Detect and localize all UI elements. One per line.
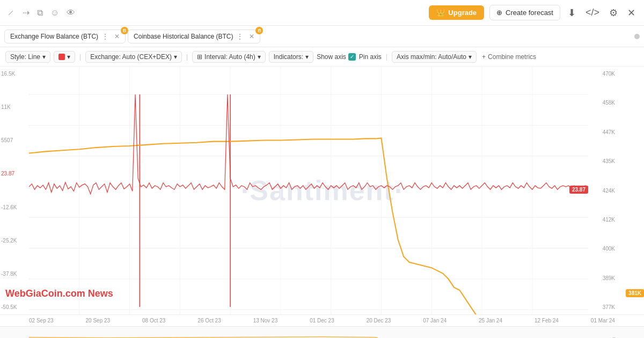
download-button[interactable]: ⬇ xyxy=(566,5,578,21)
pin-axis-label: Pin axis xyxy=(359,53,382,61)
options-bar: Style: Line ▾ ▾ | Exchange: Auto (CEX+DE… xyxy=(0,47,644,67)
separator-1: | xyxy=(79,53,81,61)
chevron-down-icon: ▾ xyxy=(42,53,46,61)
y-right-2: 458K xyxy=(589,100,615,106)
y-right-8: 389K xyxy=(589,275,615,281)
show-axis-label: Show axis xyxy=(317,53,346,61)
arrow-icon[interactable]: ⇢ xyxy=(23,8,30,18)
value-label-yellow: 381K xyxy=(626,289,644,297)
x-label-1: 02 Sep 23 xyxy=(29,318,54,324)
top-toolbar: ⟋ ⇢ ⧉ ☺ 👁 👑 Upgrade ⊕ Create forecast ⬇ … xyxy=(0,0,644,26)
tab-label-2: Coinbase Historical Balance (BTC) xyxy=(134,33,233,40)
x-label-4: 26 Oct 23 xyxy=(197,318,221,324)
x-label-5: 13 Nov 23 xyxy=(253,318,278,324)
interval-selector[interactable]: ⊞ Interval: Auto (4h) ▾ xyxy=(192,51,266,63)
interval-icon: ⊞ xyxy=(197,53,202,61)
chevron-down-icon-5: ▾ xyxy=(305,53,309,61)
upgrade-button[interactable]: 👑 Upgrade xyxy=(429,5,484,20)
style-label: Style: Line xyxy=(10,53,40,61)
y-left-1: 16.5K xyxy=(1,71,28,77)
axis-minmax-label: Axis max/min: Auto/Auto xyxy=(397,53,466,61)
tab-coinbase-balance[interactable]: B Coinbase Historical Balance (BTC) ⋮ ✕ xyxy=(128,30,260,43)
y-right-1: 470K xyxy=(589,71,615,77)
x-label-8: 07 Jan 24 xyxy=(423,318,447,324)
tab-badge-2: B xyxy=(255,27,263,34)
y-left-4: 23.87 xyxy=(1,171,28,177)
tab-close-2[interactable]: ✕ xyxy=(249,33,254,40)
combine-metrics-label: Combine metrics xyxy=(488,53,536,61)
show-axis-control[interactable]: Show axis ✓ xyxy=(317,53,356,61)
y-axis-left: 16.5K 11K 5507 23.87 -12.6K -25.2K -37.8… xyxy=(0,67,29,314)
tab-badge-1: B xyxy=(121,27,128,34)
y-left-5: -12.6K xyxy=(1,204,28,210)
mini-chart xyxy=(0,326,644,338)
eye-icon[interactable]: 👁 xyxy=(67,8,75,18)
y-left-8: -50.5K xyxy=(1,304,28,310)
plus-icon: + xyxy=(482,53,486,61)
x-label-9: 25 Jan 24 xyxy=(479,318,502,324)
path-icon[interactable]: ⟋ xyxy=(6,8,15,18)
interval-label: Interval: Auto (4h) xyxy=(204,53,255,61)
y-left-3: 5507 xyxy=(1,137,28,143)
y-right-4: 435K xyxy=(589,158,615,164)
toolbar-icons: ⟋ ⇢ ⧉ ☺ 👁 xyxy=(6,8,421,18)
x-label-10: 12 Feb 24 xyxy=(535,318,559,324)
x-label-6: 01 Dec 23 xyxy=(310,318,334,324)
x-label-3: 08 Oct 23 xyxy=(142,318,165,324)
chevron-down-icon-3: ▾ xyxy=(174,53,177,61)
chevron-down-icon-2: ▾ xyxy=(67,53,70,61)
create-forecast-button[interactable]: ⊕ Create forecast xyxy=(489,5,560,20)
x-label-11: 01 Mar 24 xyxy=(591,318,615,324)
y-left-2: 11K xyxy=(1,104,28,110)
color-selector[interactable]: ▾ xyxy=(54,51,75,63)
show-axis-checkbox[interactable]: ✓ xyxy=(348,53,356,61)
indicators-label: Indicators: xyxy=(274,53,303,61)
x-label-7: 20 Dec 23 xyxy=(367,318,391,324)
exchange-selector[interactable]: Exchange: Auto (CEX+DEX) ▾ xyxy=(85,51,182,63)
toolbar-right: 👑 Upgrade ⊕ Create forecast ⬇ </> ⚙ ✕ xyxy=(429,5,638,21)
svg-rect-20 xyxy=(0,327,644,338)
chart-area: ·Santiment· 16.5K 11K 5507 23.87 -12.6K … xyxy=(0,67,644,314)
chevron-down-icon-4: ▾ xyxy=(258,53,261,61)
y-right-3: 447K xyxy=(589,129,615,135)
indicators-selector[interactable]: Indicators: ▾ xyxy=(269,51,313,63)
chevron-down-icon-6: ▾ xyxy=(469,53,472,61)
settings-button[interactable]: ⚙ xyxy=(607,5,620,21)
color-swatch xyxy=(58,54,65,60)
tab-dot xyxy=(634,34,640,39)
x-axis: 02 Sep 23 20 Sep 23 08 Oct 23 26 Oct 23 … xyxy=(0,314,644,326)
y-left-7: -37.8K xyxy=(1,271,28,277)
tab-menu-2[interactable]: ⋮ xyxy=(236,32,244,41)
separator-3: | xyxy=(386,53,387,61)
combine-metrics-button[interactable]: + Combine metrics xyxy=(482,53,536,61)
style-selector[interactable]: Style: Line ▾ xyxy=(5,51,50,63)
bottom-watermark: WebGiaCoin.com News xyxy=(5,288,113,299)
tab-menu-1[interactable]: ⋮ xyxy=(101,32,109,41)
copy-icon[interactable]: ⧉ xyxy=(37,8,43,18)
emoji-icon[interactable]: ☺ xyxy=(50,8,59,18)
axis-minmax-selector[interactable]: Axis max/min: Auto/Auto ▾ xyxy=(392,51,477,63)
tabs-row: B Exchange Flow Balance (BTC) ⋮ ✕ B Coin… xyxy=(0,26,644,47)
value-label-red: 23.87 xyxy=(569,186,588,194)
main-chart-svg xyxy=(29,67,588,314)
tab-label-1: Exchange Flow Balance (BTC) xyxy=(10,33,98,40)
tab-exchange-flow[interactable]: B Exchange Flow Balance (BTC) ⋮ ✕ xyxy=(4,30,126,43)
code-button[interactable]: </> xyxy=(583,5,602,20)
y-left-6: -25.2K xyxy=(1,238,28,244)
separator-2: | xyxy=(186,53,188,61)
y-axis-right: 470K 458K 447K 435K 424K 412K 400K 389K … xyxy=(588,67,616,314)
y-right-5: 424K xyxy=(589,188,615,194)
tab-close-1[interactable]: ✕ xyxy=(114,33,120,40)
close-button[interactable]: ✕ xyxy=(625,5,638,21)
y-right-7: 400K xyxy=(589,246,615,252)
x-label-2: 20 Sep 23 xyxy=(86,318,111,324)
y-right-6: 412K xyxy=(589,217,615,223)
crown-icon: 👑 xyxy=(436,9,445,17)
y-right-9: 377K xyxy=(589,304,615,310)
exchange-label: Exchange: Auto (CEX+DEX) xyxy=(90,53,172,61)
forecast-icon: ⊕ xyxy=(496,9,502,17)
